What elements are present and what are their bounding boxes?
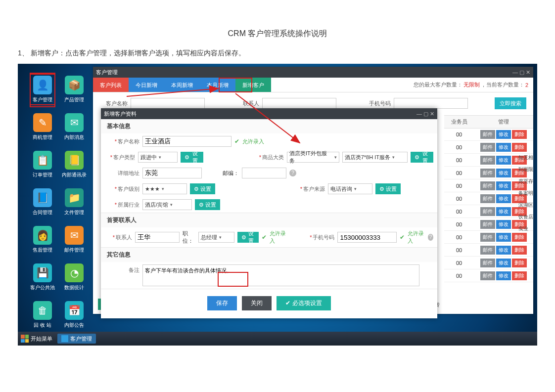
select-customer-type[interactable]: 跟进中 bbox=[138, 152, 178, 163]
save-button[interactable]: 保存 bbox=[207, 296, 237, 310]
desktop-icon-内部消息[interactable]: ✉内部消息 bbox=[63, 113, 85, 141]
required-settings-button[interactable]: ✔ 必选项设置 bbox=[277, 296, 330, 310]
app-icon: ✎ bbox=[33, 113, 52, 132]
tab-today-new[interactable]: 今日新增 bbox=[129, 78, 164, 92]
app-label: 订单管理 bbox=[33, 172, 52, 178]
select-source[interactable]: 电话咨询 bbox=[328, 183, 372, 194]
select-level[interactable]: ★★★ bbox=[142, 183, 187, 194]
row-delete-button[interactable]: 删除 bbox=[512, 271, 527, 280]
customer-tabs: 客户列表 今日新增 本周新增 本月新增 新增客户 您的最大客户数量： 无限制 ，… bbox=[93, 78, 533, 92]
row-mail-button[interactable]: 邮件 bbox=[480, 220, 495, 229]
taskbar-customer-mgmt[interactable]: 客户管理 bbox=[57, 334, 96, 344]
row-edit-button[interactable]: 修改 bbox=[496, 181, 511, 190]
task-app-icon bbox=[61, 335, 68, 342]
row-edit-button[interactable]: 修改 bbox=[496, 259, 511, 267]
input-contact[interactable] bbox=[135, 232, 180, 243]
input-address[interactable] bbox=[142, 168, 202, 178]
quota-info: 您的最大客户数量： 无限制 ，当前客户数量： 2 bbox=[409, 78, 533, 92]
row-edit-button[interactable]: 修改 bbox=[496, 220, 511, 229]
col-ops: 管理 bbox=[474, 116, 533, 128]
cell-salesperson: 00 bbox=[444, 221, 474, 227]
select-industry[interactable]: 酒店/宾馆 bbox=[142, 199, 192, 210]
row-mail-button[interactable]: 邮件 bbox=[480, 233, 495, 242]
desktop-icon-内部通讯录[interactable]: 📒内部通讯录 bbox=[63, 151, 85, 178]
cell-salesperson: 00 bbox=[444, 234, 474, 240]
select-position[interactable]: 总经理 bbox=[198, 232, 234, 243]
gear-bigcat[interactable]: ⚙ 设置 bbox=[411, 152, 433, 163]
desktop-icon-数据统计[interactable]: ◔数据统计 bbox=[63, 263, 85, 291]
select-bigcat-1[interactable]: 酒店类IT外包服务 bbox=[287, 152, 339, 163]
row-mail-button[interactable]: 邮件 bbox=[480, 169, 495, 177]
desktop-icon-商机管理[interactable]: ✎商机管理 bbox=[32, 113, 53, 141]
textarea-remark[interactable]: 客户下半年有洽谈合作的具体情况。 bbox=[142, 264, 419, 286]
row-delete-button[interactable]: 删除 bbox=[512, 259, 527, 267]
table-row: 00邮件修改删除 bbox=[444, 128, 533, 141]
row-edit-button[interactable]: 修改 bbox=[496, 130, 511, 139]
cell-salesperson: 00 bbox=[444, 183, 474, 189]
desktop-icon-售后管理[interactable]: 👩售后管理 bbox=[32, 226, 53, 254]
gear-type[interactable]: ⚙ 设置 bbox=[181, 152, 203, 163]
gear-industry[interactable]: ⚙ 设置 bbox=[195, 199, 220, 210]
cell-salesperson: 00 bbox=[444, 209, 474, 215]
add-customer-modal: 新增客户资料 — ▢ ✕ 基本信息 *客户名称 ✔ 允许录入 *客户类型 跟进中… bbox=[101, 108, 437, 318]
search-button[interactable]: 立即搜索 bbox=[495, 97, 526, 109]
desktop-icon-产品管理[interactable]: 📦产品管理 bbox=[63, 76, 85, 103]
info-icon: ? bbox=[289, 170, 296, 176]
start-menu[interactable]: 开始菜单 bbox=[21, 335, 52, 343]
row-edit-button[interactable]: 修改 bbox=[496, 194, 511, 203]
row-delete-button[interactable]: 删除 bbox=[512, 130, 527, 139]
search-contact-input[interactable] bbox=[262, 98, 336, 109]
input-phone[interactable] bbox=[337, 232, 397, 243]
input-customer-name[interactable] bbox=[142, 136, 231, 147]
row-mail-button[interactable]: 邮件 bbox=[480, 156, 495, 165]
desktop-icon-邮件管理[interactable]: ✉邮件管理 bbox=[63, 226, 85, 254]
tab-customer-list[interactable]: 客户列表 bbox=[93, 78, 129, 92]
cell-salesperson: 00 bbox=[444, 247, 474, 253]
desktop-icon-订单管理[interactable]: 📋订单管理 bbox=[32, 151, 53, 178]
desktop-icon-客户公共池[interactable]: 💾客户公共池 bbox=[32, 263, 53, 291]
row-delete-button[interactable]: 删除 bbox=[512, 143, 527, 152]
input-postcode[interactable] bbox=[242, 168, 286, 178]
row-edit-button[interactable]: 修改 bbox=[496, 271, 511, 280]
desktop-icon-回 收 站[interactable]: 🗑回 收 站 bbox=[32, 301, 53, 329]
modal-controls[interactable]: — ▢ ✕ bbox=[416, 111, 434, 117]
desktop-icon-内部公告[interactable]: 📅内部公告 bbox=[63, 301, 85, 329]
row-mail-button[interactable]: 邮件 bbox=[480, 130, 495, 139]
desktop-icon-客户管理[interactable]: 👤客户管理 bbox=[32, 76, 53, 103]
row-edit-button[interactable]: 修改 bbox=[496, 143, 511, 152]
app-icon: ◔ bbox=[65, 263, 84, 282]
label-phone: 手机号码 bbox=[363, 100, 391, 107]
row-edit-button[interactable]: 修改 bbox=[496, 233, 511, 242]
row-delete-button[interactable]: 删除 bbox=[512, 246, 527, 255]
gear-level[interactable]: ⚙ 设置 bbox=[190, 183, 215, 194]
row-mail-button[interactable]: 邮件 bbox=[480, 181, 495, 190]
select-bigcat-2[interactable]: 酒店类7*8H IT服务 bbox=[342, 152, 408, 163]
row-mail-button[interactable]: 邮件 bbox=[480, 271, 495, 280]
doc-title: CRM 客户管理系统操作说明 bbox=[18, 29, 537, 39]
row-mail-button[interactable]: 邮件 bbox=[480, 259, 495, 267]
tab-week-new[interactable]: 本周新增 bbox=[164, 78, 200, 92]
desktop-icon-文件管理[interactable]: 📁文件管理 bbox=[63, 188, 85, 216]
modal-title: 新增客户资料 bbox=[104, 110, 137, 118]
desktop-icon-合同管理[interactable]: 📘合同管理 bbox=[32, 188, 53, 216]
gear-position[interactable]: ⚙ 设置 bbox=[237, 232, 259, 243]
row-edit-button[interactable]: 修改 bbox=[496, 246, 511, 255]
row-mail-button[interactable]: 邮件 bbox=[480, 246, 495, 255]
gear-source[interactable]: ⚙ 设置 bbox=[375, 183, 401, 194]
row-mail-button[interactable]: 邮件 bbox=[480, 207, 495, 216]
search-phone-input[interactable] bbox=[394, 98, 468, 109]
close-button[interactable]: 关闭 bbox=[242, 296, 272, 310]
search-name-input[interactable] bbox=[131, 98, 205, 109]
app-icon: ✉ bbox=[65, 226, 84, 245]
row-edit-button[interactable]: 修改 bbox=[496, 207, 511, 216]
app-label: 数据统计 bbox=[64, 284, 84, 291]
window-controls[interactable]: — ▢ ✕ bbox=[512, 69, 530, 76]
row-mail-button[interactable]: 邮件 bbox=[480, 194, 495, 203]
tab-month-new[interactable]: 本月新增 bbox=[200, 78, 235, 92]
col-salesperson: 业务员 bbox=[444, 116, 474, 128]
row-edit-button[interactable]: 修改 bbox=[496, 169, 511, 177]
row-edit-button[interactable]: 修改 bbox=[496, 156, 511, 165]
allow-input-2: 允许录入 bbox=[270, 230, 287, 245]
tab-add-customer[interactable]: 新增客户 bbox=[235, 78, 271, 92]
row-mail-button[interactable]: 邮件 bbox=[480, 143, 495, 152]
